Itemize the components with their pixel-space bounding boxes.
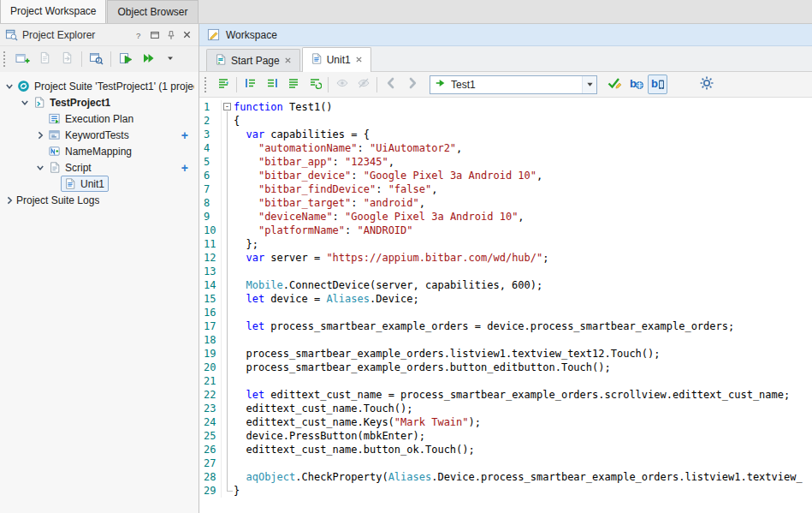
line-number[interactable]: 24 [199,415,222,429]
help-icon[interactable]: ? [131,27,145,43]
code-line[interactable]: 3 var capabilities = { [199,128,812,141]
line-number[interactable]: 29 [199,484,222,498]
code-line[interactable]: 12 var server = "https://appium.bitbar.c… [199,251,812,265]
line-number[interactable]: 10 [199,224,222,237]
code-line[interactable]: 27 [199,456,812,470]
code-line[interactable]: 20 process_smartbear_example_orders.butt… [199,361,812,374]
tab-close-icon[interactable] [355,54,363,66]
line-number[interactable]: 5 [199,155,222,169]
view-designer-button[interactable] [353,75,373,94]
line-number[interactable]: 16 [199,306,222,319]
chevron-down-icon[interactable] [3,82,15,91]
line-number[interactable]: 17 [199,319,222,333]
tree-item-body[interactable]: KeywordTests [45,127,133,143]
open-item-button[interactable] [57,50,77,69]
line-number[interactable]: 2 [199,114,222,128]
tree-item-keywordtests[interactable]: KeywordTests+ [0,127,199,143]
code-line[interactable]: 7 "bitbar_findDevice": "false", [199,182,812,196]
tree-item-body[interactable]: Script [45,159,96,176]
view-tab-project-workspace[interactable]: Project Workspace [0,0,106,23]
chevron-right-icon[interactable] [34,131,45,140]
add-child-button[interactable]: + [181,162,199,174]
code-line[interactable]: 16 [199,306,812,319]
code-line[interactable]: 22 let edittext_cust_name = process_smar… [199,388,812,402]
code-line[interactable]: 13 [199,265,812,278]
add-project-suite-button[interactable] [13,50,33,69]
code-line[interactable]: 8 "bitbar_target": "android", [199,196,812,210]
code-line[interactable]: 19 process_smartbear_example_orders.list… [199,347,812,361]
tree-item-body[interactable]: Execution Plan [45,110,138,127]
code-line[interactable]: 17 let process_smartbear_example_orders … [199,319,812,333]
line-number[interactable]: 19 [199,347,222,361]
code-line[interactable]: 9 "deviceName": "Google Pixel 3a Android… [199,210,812,224]
line-number[interactable]: 9 [199,210,222,224]
syntax-check-button[interactable] [605,75,625,94]
line-number[interactable]: 6 [199,169,222,182]
line-number[interactable]: 27 [199,456,222,470]
tree-item-project-suite-testproject1-1-project[interactable]: Project Suite 'TestProject1' (1 project) [0,78,199,94]
code-line[interactable]: 15 let device = Aliases.Device; [199,292,812,306]
line-number[interactable]: 21 [199,374,222,388]
code-line[interactable]: 10 "platformName": "ANDROID" [199,224,812,237]
code-line[interactable]: 1-function Test1() [199,100,812,114]
line-number[interactable]: 23 [199,402,222,415]
code-line[interactable]: 11 }; [199,237,812,251]
line-number[interactable]: 3 [199,128,222,141]
object-browser-button[interactable] [86,50,106,69]
line-number[interactable]: 22 [199,388,222,402]
line-number[interactable]: 20 [199,361,222,374]
tab-close-icon[interactable] [284,55,292,67]
line-number[interactable]: 18 [199,333,222,347]
fold-collapse-icon[interactable]: - [222,100,234,114]
view-tab-object-browser[interactable]: Object Browser [107,0,198,23]
line-number[interactable]: 26 [199,443,222,456]
tree-item-body[interactable]: NameMapping [45,143,136,159]
code-line[interactable]: 21 [199,374,812,388]
line-number[interactable]: 11 [199,237,222,251]
document-tab-start-page[interactable]: Start Page [206,49,300,71]
indent-left-button[interactable] [240,75,260,94]
close-icon[interactable] [180,27,194,43]
pin-icon[interactable] [163,27,178,43]
settings-gear-button[interactable] [696,75,716,94]
tree-item-body[interactable]: Project Suite Logs [15,193,104,208]
format-code-button[interactable] [213,75,233,94]
line-number[interactable]: 28 [199,470,222,484]
tree-item-project-suite-logs[interactable]: Project Suite Logs [0,192,199,208]
line-number[interactable]: 8 [199,196,222,210]
code-line[interactable]: 26 edittext_cust_name.button_ok.Touch(); [199,443,812,456]
run-project-button[interactable] [116,50,135,69]
back-arrow-button[interactable] [381,75,400,94]
bitbar-device-button[interactable]: b [648,75,667,94]
tree-item-unit1[interactable]: Unit1 [0,176,199,192]
format-lines-button[interactable] [283,75,303,94]
line-number[interactable]: 13 [199,265,222,278]
chevron-down-icon[interactable] [34,164,45,172]
chevron-right-icon[interactable] [3,196,15,205]
tree-item-body[interactable]: Project Suite 'TestProject1' (1 project) [15,78,199,94]
chevron-down-icon[interactable] [19,98,30,107]
tree-item-namemapping[interactable]: NameMapping [0,143,199,159]
dropdown-caret-button[interactable] [160,50,180,69]
tree-item-body[interactable]: Unit1 [61,176,109,192]
forward-arrow-button[interactable] [402,75,422,94]
code-line[interactable]: 4 "automationName": "UiAutomator2", [199,141,812,155]
float-window-icon[interactable] [147,27,162,43]
line-number[interactable]: 25 [199,429,222,443]
format-refactor-button[interactable] [305,75,324,94]
code-line[interactable]: 18 [199,333,812,347]
code-line[interactable]: 23 edittext_cust_name.Touch(); [199,402,812,415]
line-number[interactable]: 4 [199,141,222,155]
line-number[interactable]: 15 [199,292,222,306]
test-selector-combo[interactable]: Test1 [430,75,597,94]
code-line[interactable]: 5 "bitbar_app": "12345", [199,155,812,169]
code-line[interactable]: 14 Mobile.ConnectDevice(server, capabili… [199,278,812,292]
run-all-button[interactable] [138,50,157,69]
code-line[interactable]: 6 "bitbar_device": "Google Pixel 3a Andr… [199,169,812,182]
document-tab-unit1[interactable]: Unit1 [302,47,371,72]
bitbar-browser-button[interactable]: b [626,75,646,94]
add-item-button[interactable] [35,50,55,69]
tree-item-script[interactable]: Script+ [0,159,199,176]
indent-right-button[interactable] [262,75,282,94]
code-line[interactable]: 25 device.PressButton(mbkEnter); [199,429,812,443]
